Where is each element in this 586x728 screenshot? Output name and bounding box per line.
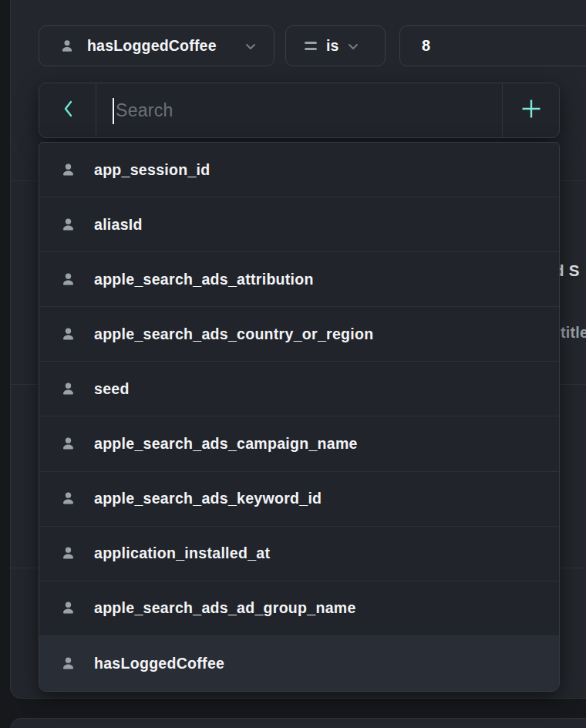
list-item-label: apple_search_ads_country_or_region bbox=[94, 325, 373, 343]
property-list: app_session_id aliasId apple_search_ads_… bbox=[39, 142, 560, 692]
background-card-bottom bbox=[10, 718, 586, 728]
text-caret bbox=[113, 98, 114, 124]
list-item[interactable]: app_session_id bbox=[39, 143, 559, 197]
back-button[interactable] bbox=[39, 83, 96, 137]
user-icon bbox=[60, 656, 76, 672]
list-item-label: apple_search_ads_keyword_id bbox=[94, 490, 322, 507]
equals-icon bbox=[305, 42, 317, 51]
list-item-label: apple_search_ads_campaign_name bbox=[94, 435, 358, 453]
filter-operator-label: is bbox=[326, 37, 339, 55]
list-item[interactable]: apple_search_ads_keyword_id bbox=[39, 472, 559, 527]
user-icon bbox=[60, 600, 76, 616]
chevron-down-icon bbox=[347, 40, 359, 52]
list-item[interactable]: apple_search_ads_attribution bbox=[39, 252, 559, 307]
chevron-left-icon bbox=[62, 99, 73, 121]
user-icon bbox=[60, 326, 76, 342]
list-item-label: aliasId bbox=[94, 216, 143, 234]
filter-value-text: 8 bbox=[422, 37, 430, 55]
list-item[interactable]: apple_search_ads_ad_group_name bbox=[39, 581, 559, 636]
user-icon bbox=[60, 490, 76, 507]
list-item-label: apple_search_ads_attribution bbox=[94, 271, 314, 288]
user-icon bbox=[59, 39, 75, 54]
plus-icon bbox=[520, 98, 542, 123]
user-icon bbox=[60, 271, 76, 288]
filter-property-label: hasLoggedCoffee bbox=[87, 37, 217, 55]
add-property-button[interactable] bbox=[502, 83, 559, 137]
list-item[interactable]: aliasId bbox=[39, 197, 559, 252]
user-icon bbox=[60, 381, 76, 397]
user-icon bbox=[60, 545, 76, 561]
list-item-label: hasLoggedCoffee bbox=[94, 655, 224, 672]
filter-property-button[interactable]: hasLoggedCoffee bbox=[39, 25, 274, 66]
list-item-label: application_installed_at bbox=[94, 544, 270, 562]
filter-operator-button[interactable]: is bbox=[285, 25, 386, 66]
user-icon bbox=[60, 436, 76, 452]
list-item[interactable]: apple_search_ads_country_or_region bbox=[39, 307, 559, 362]
property-picker-header bbox=[39, 83, 560, 138]
user-icon bbox=[60, 217, 76, 233]
list-item[interactable]: application_installed_at bbox=[39, 527, 559, 581]
user-icon bbox=[60, 162, 76, 178]
screen: d S title hasLoggedCoffee is 8 bbox=[0, 0, 586, 728]
filter-value-field[interactable]: 8 bbox=[399, 25, 586, 66]
search-input[interactable] bbox=[96, 83, 502, 137]
list-item-label: seed bbox=[94, 380, 130, 398]
list-item[interactable]: hasLoggedCoffee bbox=[39, 636, 559, 691]
search-field bbox=[96, 83, 502, 137]
clipped-background-text: title bbox=[561, 324, 586, 342]
list-item[interactable]: seed bbox=[39, 362, 559, 416]
list-item[interactable]: apple_search_ads_campaign_name bbox=[39, 416, 559, 471]
chevron-down-icon bbox=[244, 40, 257, 52]
list-item-label: app_session_id bbox=[94, 161, 210, 179]
list-item-label: apple_search_ads_ad_group_name bbox=[94, 599, 356, 617]
